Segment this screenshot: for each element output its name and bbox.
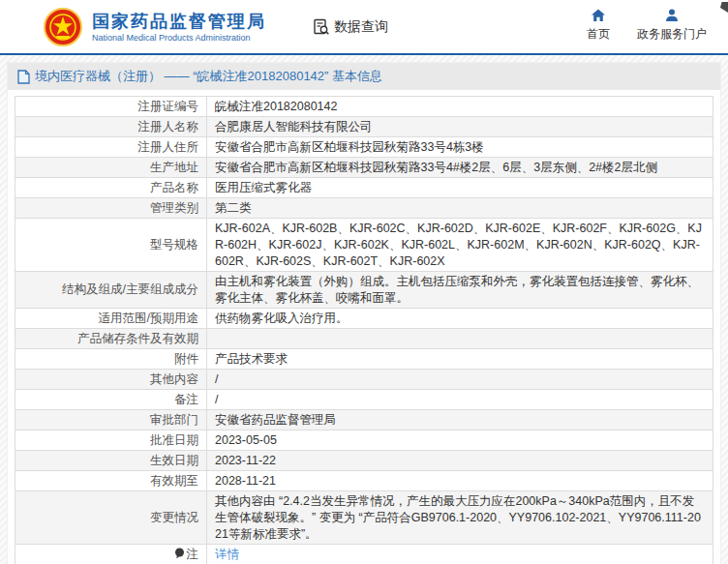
row-value: 其他内容由 “2.4.2当发生异常情况，产生的最大压力应在200kPa～340k… [207, 491, 713, 545]
national-emblem-icon [44, 8, 82, 46]
table-row: 其他内容 / [15, 370, 713, 390]
row-label-text: 注 [187, 548, 199, 561]
row-label-text: 审批部门 [150, 413, 198, 427]
row-label: 变更情况 [15, 491, 207, 545]
table-row: 审批部门 安徽省药品监督管理局 [15, 410, 713, 430]
nav-portal-label: 政务服务门户 [637, 26, 707, 42]
table-row: 变更情况 其他内容由 “2.4.2当发生异常情况，产生的最大压力应在200kPa… [15, 491, 713, 545]
table-row: 注册人住所 安徽省合肥市高新区柏堰科技园秋菊路33号4栋3楼 [15, 137, 713, 158]
row-value: 供药物雾化吸入治疗用。 [207, 309, 713, 329]
table-row: 注 详情 [15, 545, 713, 564]
row-label-text: 附件 [174, 352, 198, 366]
row-value: KJR-602A、KJR-602B、KJR-602C、KJR-602D、KJR-… [207, 219, 713, 272]
data-query-label: 数据查询 [334, 18, 388, 36]
row-label: 审批部门 [15, 410, 207, 430]
table-row: 批准日期 2023-05-05 [15, 430, 713, 451]
table-row: 型号规格 KJR-602A、KJR-602B、KJR-602C、KJR-602D… [15, 219, 713, 272]
details-link[interactable]: 详情 [215, 548, 239, 561]
row-label: 其他内容 [15, 370, 207, 390]
row-label: 备注 [15, 390, 207, 410]
table-row: 生效日期 2023-11-22 [15, 451, 713, 471]
row-label: 产品名称 [15, 178, 207, 198]
row-label: 管理类别 [15, 198, 207, 219]
row-label-text: 批准日期 [150, 433, 198, 447]
row-label-text: 注册人住所 [138, 140, 199, 154]
agency-logo[interactable]: 国家药品监督管理局 National Medical Products Admi… [44, 8, 266, 46]
table-row: 注册证编号 皖械注准20182080142 [15, 97, 713, 117]
row-label: 生效日期 [15, 451, 207, 471]
row-value: 合肥康居人智能科技有限公司 [207, 117, 713, 137]
row-value: 医用压缩式雾化器 [207, 178, 713, 198]
row-label: 注册人住所 [15, 137, 207, 158]
breadcrumb: 境内医疗器械（注册） —— “皖械注准20182080142” 基本信息 [8, 63, 720, 90]
agency-name-cn: 国家药品监督管理局 [92, 11, 266, 32]
row-value: 安徽省合肥市高新区柏堰科技园秋菊路33号4栋3楼 [207, 137, 713, 158]
row-label-text: 结构及组成/主要组成成分 [62, 282, 198, 296]
document-icon [17, 70, 30, 84]
row-label: 生产地址 [15, 158, 207, 178]
row-value: 产品技术要求 [207, 349, 713, 370]
content-panel: 境内医疗器械（注册） —— “皖械注准20182080142” 基本信息 注册证… [7, 62, 721, 564]
table-row: 注册人名称 合肥康居人智能科技有限公司 [15, 117, 713, 137]
table-row: 有效期至 2028-11-21 [15, 471, 713, 491]
row-label: 适用范围/预期用途 [15, 309, 207, 329]
table-row: 附件 产品技术要求 [15, 349, 713, 370]
row-label-text: 生产地址 [150, 161, 198, 174]
row-value: / [207, 390, 713, 410]
row-value: / [207, 370, 713, 390]
table-row: 适用范围/预期用途 供药物雾化吸入治疗用。 [15, 309, 713, 329]
data-query-nav[interactable]: 数据查询 [313, 18, 388, 36]
row-label-text: 其他内容 [150, 372, 198, 386]
page: 国家药品监督管理局 National Medical Products Admi… [0, 0, 728, 564]
row-label-text: 产品名称 [150, 181, 198, 194]
row-value: 2028-11-21 [207, 471, 713, 491]
table-row: 产品储存条件及有效期 [15, 329, 713, 349]
row-label-text: 注册人名称 [138, 120, 199, 134]
site-header: 国家药品监督管理局 National Medical Products Admi… [0, 0, 728, 55]
agency-name-en: National Medical Products Administration [92, 32, 266, 44]
table-row: 生产地址 安徽省合肥市高新区柏堰科技园秋菊路33号4#楼2层、6层、3层东侧、2… [15, 158, 713, 178]
row-label: 注 [15, 545, 207, 564]
row-label-text: 注册证编号 [138, 100, 199, 113]
home-icon [591, 8, 606, 23]
row-label: 附件 [15, 349, 207, 370]
row-label: 有效期至 [15, 471, 207, 491]
corner-fragment [720, 2, 728, 13]
row-label-text: 变更情况 [150, 511, 198, 524]
row-value: 2023-11-22 [207, 451, 713, 471]
table-row: 产品名称 医用压缩式雾化器 [15, 178, 713, 198]
row-value: 由主机和雾化装置（外购）组成。主机包括压缩泵和外壳，雾化装置包括连接管、雾化杯、… [207, 272, 713, 309]
row-value: 详情 [207, 545, 713, 564]
row-value: 皖械注准20182080142 [207, 97, 713, 117]
info-table-body: 注册证编号 皖械注准20182080142 注册人名称 合肥康居人智能科技有限公… [15, 97, 713, 564]
table-row: 管理类别 第二类 [15, 198, 713, 219]
user-icon [664, 8, 680, 23]
row-label: 型号规格 [15, 219, 207, 272]
table-row: 结构及组成/主要组成成分 由主机和雾化装置（外购）组成。主机包括压缩泵和外壳，雾… [15, 272, 713, 309]
nav-portal[interactable]: 政务服务门户 [637, 8, 707, 42]
row-value: 安徽省药品监督管理局 [207, 410, 713, 430]
row-label-text: 管理类别 [150, 201, 198, 215]
nav-home-label: 首页 [587, 26, 610, 42]
table-row: 备注 / [15, 390, 713, 410]
row-label-text: 生效日期 [150, 454, 198, 467]
row-label-text: 型号规格 [150, 238, 198, 252]
row-label-text: 产品储存条件及有效期 [77, 332, 198, 345]
row-label: 注册证编号 [15, 97, 207, 117]
nav-home[interactable]: 首页 [587, 8, 610, 42]
row-value: 第二类 [207, 198, 713, 219]
row-label: 产品储存条件及有效期 [15, 329, 207, 349]
row-label: 批准日期 [15, 430, 207, 451]
row-label: 结构及组成/主要组成成分 [15, 272, 207, 309]
row-label-text: 适用范围/预期用途 [99, 312, 198, 325]
agency-title-block: 国家药品监督管理局 National Medical Products Admi… [92, 11, 266, 44]
header-nav: 首页 政务服务门户 [587, 8, 707, 42]
row-label-text: 有效期至 [150, 474, 198, 488]
row-label-text: 备注 [174, 393, 198, 406]
row-value: 安徽省合肥市高新区柏堰科技园秋菊路33号4#楼2层、6层、3层东侧、2#楼2层北… [207, 158, 713, 178]
registration-info-table: 注册证编号 皖械注准20182080142 注册人名称 合肥康居人智能科技有限公… [15, 96, 713, 564]
breadcrumb-text: 境内医疗器械（注册） —— “皖械注准20182080142” 基本信息 [35, 68, 382, 85]
row-value: 2023-05-05 [207, 430, 713, 451]
note-balloon-icon [174, 548, 185, 564]
table-wrap: 注册证编号 皖械注准20182080142 注册人名称 合肥康居人智能科技有限公… [8, 90, 720, 564]
